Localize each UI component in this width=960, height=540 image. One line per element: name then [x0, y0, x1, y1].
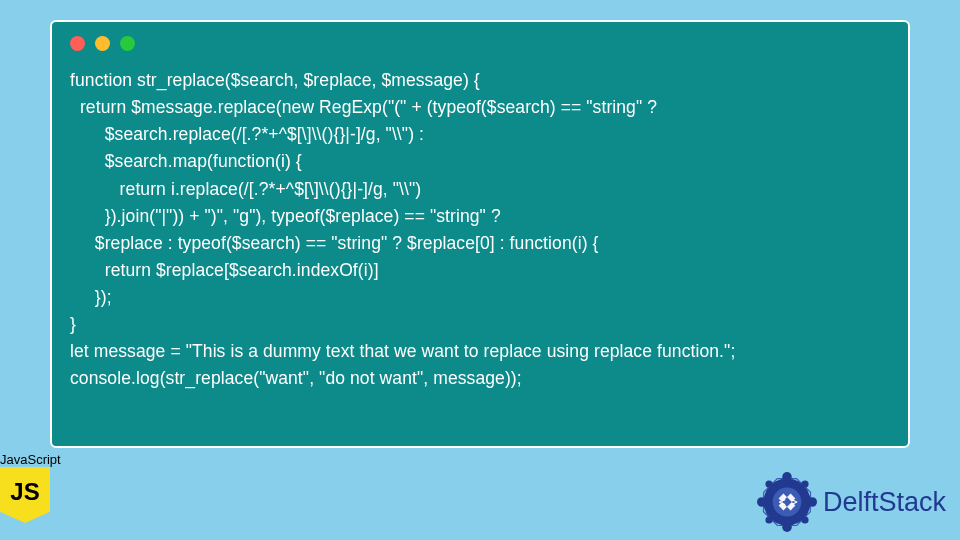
svg-point-8	[765, 516, 772, 523]
delftstack-brand: < > DelftStack	[757, 472, 946, 532]
svg-point-6	[801, 480, 808, 487]
svg-point-2	[782, 472, 792, 482]
code-line: }	[70, 314, 76, 334]
svg-point-3	[807, 497, 817, 507]
code-window: function str_replace($search, $replace, …	[50, 20, 910, 448]
window-traffic-lights	[70, 36, 890, 51]
js-badge-label: JavaScript	[0, 452, 61, 467]
code-line: return $replace[$search.indexOf(i)]	[70, 260, 379, 280]
code-line: $replace : typeof($search) == "string" ?…	[70, 233, 598, 253]
code-block: function str_replace($search, $replace, …	[70, 67, 890, 393]
code-line: console.log(str_replace("want", "do not …	[70, 368, 522, 388]
code-line: let message = "This is a dummy text that…	[70, 341, 735, 361]
svg-point-5	[757, 497, 767, 507]
svg-point-9	[765, 480, 772, 487]
delftstack-logo-icon: < >	[757, 472, 817, 532]
code-line: return i.replace(/[.?*+^$[\]\\(){}|-]/g,…	[70, 179, 421, 199]
code-line: $search.replace(/[.?*+^$[\]\\(){}|-]/g, …	[70, 124, 424, 144]
svg-text:<: <	[779, 495, 786, 509]
javascript-badge: JavaScript JS	[0, 452, 61, 523]
svg-point-7	[801, 516, 808, 523]
js-logo-icon: JS	[0, 467, 50, 523]
code-line: return $message.replace(new RegExp("(" +…	[70, 97, 657, 117]
code-line: });	[70, 287, 112, 307]
js-logo-text: JS	[10, 478, 39, 506]
minimize-icon	[95, 36, 110, 51]
code-line: function str_replace($search, $replace, …	[70, 70, 480, 90]
code-line: $search.map(function(i) {	[70, 151, 302, 171]
brand-name: DelftStack	[823, 487, 946, 518]
svg-text:>: >	[791, 495, 798, 509]
close-icon	[70, 36, 85, 51]
code-line: }).join("|")) + ")", "g"), typeof($repla…	[70, 206, 501, 226]
svg-point-4	[782, 522, 792, 532]
maximize-icon	[120, 36, 135, 51]
